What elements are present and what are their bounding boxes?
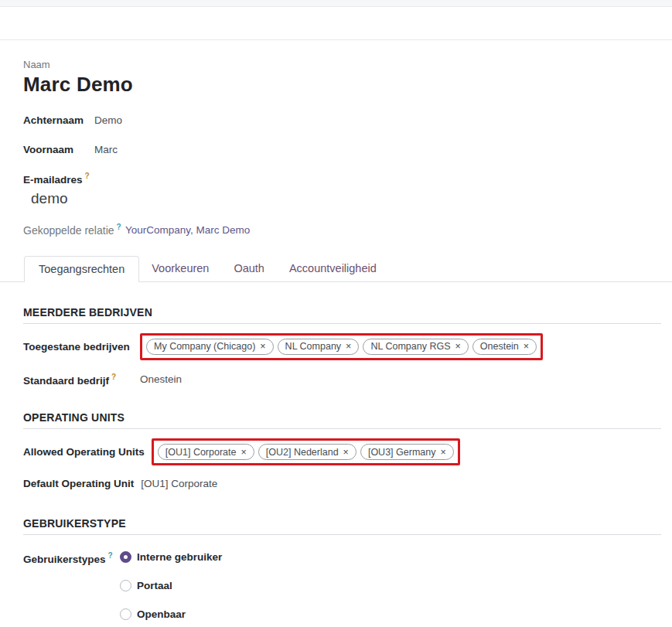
company-tag[interactable]: NL Company× [278,339,360,355]
firstname-value[interactable]: Marc [94,144,118,155]
highlight-box: My Company (Chicago)× NL Company× NL Com… [140,333,543,360]
allowed-companies-label: Toegestane bedrijven [23,341,133,353]
tag-label: Onestein [480,341,519,352]
section-divider [23,323,661,324]
radio-label[interactable]: Portaal [137,580,172,591]
company-tag[interactable]: My Company (Chicago)× [146,339,274,355]
radio-openbaar[interactable]: Openbaar [120,608,222,620]
firstname-label: Voornaam [23,144,94,155]
notebook-tabs: Toegangsrechten Voorkeuren Oauth Account… [0,256,672,282]
tag-label: [OU2] Nederland [266,447,339,458]
section-title: MEERDERE BEDRIJVEN [23,306,661,319]
tag-label: [OU1] Corporate [165,447,237,458]
operating-unit-tag[interactable]: [OU2] Nederland× [258,444,356,460]
user-form-sheet: Naam Marc Demo Achternaam Demo Voornaam … [0,40,672,627]
help-icon: ? [111,373,116,381]
related-partner-link[interactable]: YourCompany, Marc Demo [125,224,250,236]
radio-selected-icon[interactable] [120,551,131,563]
section-operating-units: OPERATING UNITS Allowed Operating Units … [23,411,661,489]
allowed-operating-units-label: Allowed Operating Units [23,446,145,458]
tab-oauth[interactable]: Oauth [221,256,277,281]
firstname-row: Voornaam Marc [23,144,661,155]
remove-tag-icon[interactable]: × [240,447,246,458]
section-gebruikerstype: GEBRUIKERSTYPE Gebruikerstypes? Interne … [23,517,661,627]
help-icon: ? [117,223,121,231]
remove-tag-icon[interactable]: × [440,447,445,458]
default-operating-unit-value[interactable]: [OU1] Corporate [141,478,217,489]
operating-unit-tag[interactable]: [OU1] Corporate× [158,444,254,460]
operating-unit-tag[interactable]: [OU3] Germany× [360,444,454,460]
user-type-row: Gebruikerstypes? Interne gebruiker Porta… [23,551,661,627]
company-tag[interactable]: NL Company RGS× [363,339,468,355]
related-partner-label: Gekoppelde relatie? [23,223,125,237]
remove-tag-icon[interactable]: × [346,341,351,352]
control-panel-empty [0,7,672,40]
name-field-label: Naam [23,59,661,70]
user-type-label: Gebruikerstypes? [23,551,114,565]
user-type-radio-group: Interne gebruiker Portaal Openbaar [120,551,222,627]
lastname-label: Achternaam [23,114,94,126]
help-icon: ? [108,551,113,560]
help-icon: ? [85,172,90,180]
tab-toegangsrechten[interactable]: Toegangsrechten [24,256,139,282]
default-company-label: Standaard bedrijf? [23,373,133,387]
default-operating-unit-row: Default Operating Unit [OU1] Corporate [23,478,661,489]
tag-label: [OU3] Germany [368,447,436,458]
radio-unselected-icon[interactable] [120,608,131,620]
email-label: E-mailadres [23,174,83,186]
remove-tag-icon[interactable]: × [524,341,529,352]
section-divider [23,428,661,429]
default-operating-unit-label: Default Operating Unit [23,478,134,489]
highlight-box: [OU1] Corporate× [OU2] Nederland× [OU3] … [152,438,460,465]
tag-label: My Company (Chicago) [154,341,255,352]
radio-label[interactable]: Interne gebruiker [137,551,222,563]
page-title[interactable]: Marc Demo [23,73,661,97]
lastname-row: Achternaam Demo [23,114,661,126]
default-company-value[interactable]: Onestein [140,373,182,385]
radio-unselected-icon[interactable] [120,580,131,591]
section-title: OPERATING UNITS [23,411,661,424]
radio-label[interactable]: Openbaar [137,608,186,620]
default-company-row: Standaard bedrijf? Onestein [23,373,661,387]
email-row: E-mailadres? demo [23,172,661,207]
email-value[interactable]: demo [31,190,661,207]
remove-tag-icon[interactable]: × [343,447,349,458]
related-partner-row: Gekoppelde relatie? YourCompany, Marc De… [23,223,661,237]
allowed-operating-units-row: Allowed Operating Units [OU1] Corporate×… [23,438,661,465]
section-title: GEBRUIKERSTYPE [23,517,661,530]
tag-label: NL Company [285,341,342,352]
tag-label: NL Company RGS [370,341,450,352]
remove-tag-icon[interactable]: × [455,341,460,352]
lastname-value[interactable]: Demo [94,114,122,126]
window-top-strip [0,0,672,7]
tab-voorkeuren[interactable]: Voorkeuren [139,256,221,281]
radio-portaal[interactable]: Portaal [120,580,222,591]
radio-interne-gebruiker[interactable]: Interne gebruiker [120,551,222,563]
tab-accountveiligheid[interactable]: Accountveiligheid [277,256,389,281]
allowed-companies-row: Toegestane bedrijven My Company (Chicago… [23,333,661,360]
section-divider [23,534,661,535]
company-tag[interactable]: Onestein× [472,339,537,355]
remove-tag-icon[interactable]: × [260,341,265,352]
section-meerdere-bedrijven: MEERDERE BEDRIJVEN Toegestane bedrijven … [23,306,661,387]
